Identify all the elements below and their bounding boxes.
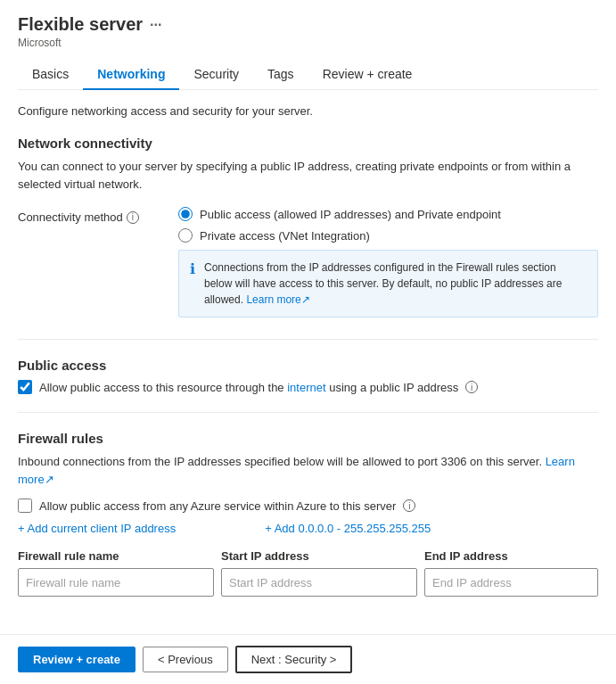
add-links-row: + Add current client IP address + Add 0.…	[18, 522, 598, 535]
azure-service-checkbox[interactable]	[18, 499, 32, 513]
public-access-info-icon[interactable]: i	[465, 381, 478, 393]
public-access-checkbox[interactable]	[18, 380, 32, 394]
azure-service-info-icon[interactable]: i	[403, 499, 415, 512]
firewall-rules-section: Firewall rules Inbound connections from …	[18, 431, 598, 597]
firewall-table-header: Firewall rule name Start IP address End …	[18, 549, 598, 563]
footer: Review + create < Previous Next : Securi…	[0, 634, 616, 684]
next-button[interactable]: Next : Security >	[235, 646, 353, 673]
add-range-link[interactable]: + Add 0.0.0.0 - 255.255.255.255	[265, 522, 431, 535]
app-subtitle: Microsoft	[18, 37, 598, 49]
azure-service-label: Allow public access from any Azure servi…	[39, 499, 396, 513]
connectivity-method-label: Connectivity method i	[18, 207, 178, 224]
azure-service-checkbox-row[interactable]: Allow public access from any Azure servi…	[18, 499, 598, 513]
info-icon: ℹ	[190, 260, 195, 308]
private-access-option[interactable]: Private access (VNet Integration)	[178, 228, 598, 243]
divider-2	[18, 412, 598, 413]
public-access-checkbox-row[interactable]: Allow public access to this resource thr…	[18, 380, 598, 394]
connectivity-options: Public access (allowed IP addresses) and…	[178, 207, 598, 317]
tab-review-create[interactable]: Review + create	[308, 60, 427, 90]
previous-button[interactable]: < Previous	[143, 647, 228, 672]
tab-tags[interactable]: Tags	[253, 60, 308, 90]
firewall-rules-desc: Inbound connections from the IP addresse…	[18, 453, 598, 488]
firewall-rules-title: Firewall rules	[18, 431, 598, 446]
connectivity-info-icon[interactable]: i	[127, 211, 139, 224]
add-client-ip-link[interactable]: + Add current client IP address	[18, 522, 176, 535]
public-access-section: Public access Allow public access to thi…	[18, 358, 598, 394]
network-connectivity-section: Network connectivity You can connect to …	[18, 136, 598, 317]
network-connectivity-title: Network connectivity	[18, 136, 598, 151]
internet-link[interactable]: internet	[287, 381, 325, 394]
review-create-button[interactable]: Review + create	[18, 647, 136, 672]
tab-bar: Basics Networking Security Tags Review +…	[18, 60, 598, 90]
firewall-table-row	[18, 568, 598, 597]
tab-security[interactable]: Security	[179, 60, 253, 90]
tab-networking[interactable]: Networking	[83, 60, 179, 90]
firewall-rule-name-input[interactable]	[18, 568, 214, 597]
col-end-ip: End IP address	[424, 549, 598, 563]
public-access-label: Allow public access to this resource thr…	[39, 381, 458, 394]
private-access-radio[interactable]	[178, 228, 193, 243]
start-ip-input[interactable]	[221, 568, 417, 597]
end-ip-input[interactable]	[424, 568, 598, 597]
learn-more-link[interactable]: Learn more↗	[246, 293, 309, 306]
more-options-icon[interactable]: ···	[150, 17, 161, 33]
public-access-radio[interactable]	[178, 207, 193, 221]
page-description: Configure networking access and security…	[18, 104, 598, 118]
page-title: Flexible server ···	[18, 14, 598, 35]
public-access-option[interactable]: Public access (allowed IP addresses) and…	[178, 207, 598, 221]
info-box-text: Connections from the IP addresses config…	[204, 260, 587, 308]
col-start-ip: Start IP address	[221, 549, 417, 563]
divider-1	[18, 339, 598, 340]
tab-basics[interactable]: Basics	[18, 60, 83, 90]
public-access-title: Public access	[18, 358, 598, 373]
network-connectivity-desc: You can connect to your server by specif…	[18, 158, 598, 193]
connectivity-method-row: Connectivity method i Public access (all…	[18, 207, 598, 317]
col-rule-name: Firewall rule name	[18, 549, 214, 563]
connectivity-info-box: ℹ Connections from the IP addresses conf…	[178, 250, 598, 317]
